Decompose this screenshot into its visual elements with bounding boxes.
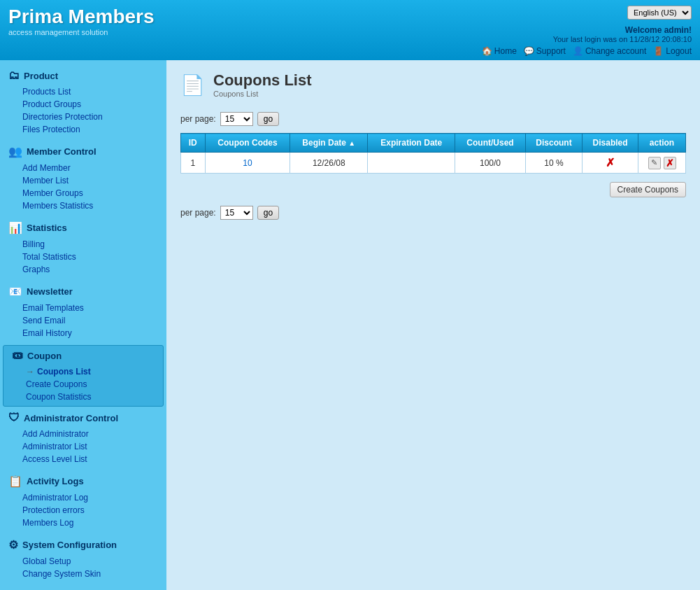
sidebar-section-header-product: 🗂Product [0,66,166,85]
logo-title: Prima Members [8,6,155,28]
support-link[interactable]: 💬 Support [524,46,566,56]
account-icon: 👤 [573,46,583,56]
per-page-top: per page: 152550100 go [180,112,686,126]
cell-action: ✎ ✗ [638,153,686,174]
page-header: 📄 Coupons List Coupons List [180,71,686,98]
sidebar-link-members-statistics[interactable]: Members Statistics [0,199,166,212]
sidebar-section-member-control: 👥Member ControlAdd MemberMember ListMemb… [0,141,166,215]
cell-begin-date: 12/26/08 [290,153,368,174]
sidebar-link-directories-protection[interactable]: Directories Protection [0,111,166,123]
section-label-member-control: Member Control [27,146,97,157]
language-select[interactable]: English (US) [627,6,692,20]
edit-button[interactable]: ✎ [648,157,661,169]
section-label-system-config: System Configuration [22,540,117,550]
create-btn-row: Create Coupons [180,182,686,197]
sidebar-section-product: 🗂ProductProducts ListProduct GroupsDirec… [0,66,166,139]
col-disabled: Disabled [583,134,638,153]
sidebar-link-total-statistics[interactable]: Total Statistics [0,251,166,263]
cell-id: 1 [181,153,206,174]
col-id: ID [181,134,206,153]
col-coupon-codes: Coupon Codes [205,134,290,153]
delete-button[interactable]: ✗ [664,157,676,169]
home-link[interactable]: 🏠 Home [482,46,517,56]
home-icon: 🏠 [482,46,492,56]
sidebar-link-create-coupons[interactable]: Create Coupons [3,378,163,391]
sidebar-link-files-protection[interactable]: Files Protection [0,123,166,136]
sidebar-link-email-templates[interactable]: Email Templates [0,302,166,314]
sidebar-link-billing[interactable]: Billing [0,238,166,251]
main-content: 📄 Coupons List Coupons List per page: 15… [166,60,700,590]
table-body: 1 10 12/26/08 100/0 10 % ✗ ✎ ✗ [181,153,686,174]
page-icon: 📄 [180,73,205,97]
sidebar-section-header-newsletter: 📧Newsletter [0,281,166,302]
header: Prima Members access management solution… [0,0,700,60]
table-header-row: ID Coupon Codes Begin Date ▲ Expiration … [181,134,686,153]
col-count-used: Count/Used [455,134,525,153]
sidebar-link-access-level-list[interactable]: Access Level List [0,453,166,465]
sidebar-section-system-config: ⚙System ConfigurationGlobal SetupChange … [0,535,166,583]
last-login-text: Your last login was on 11/28/12 20:08:10 [482,35,692,43]
sidebar-link-global-setup[interactable]: Global Setup [0,555,166,568]
sidebar-section-activity-logs: 📋Activity LogsAdministrator LogProtectio… [0,471,166,532]
go-button-bottom[interactable]: go [257,206,279,220]
sidebar-link-change-system-skin[interactable]: Change System Skin [0,568,166,580]
cell-discount: 10 % [525,153,582,174]
col-discount: Discount [525,134,582,153]
sidebar-link-members-log[interactable]: Members Log [0,517,166,529]
sidebar-section-header-coupon: 🎟Coupon [3,346,163,365]
sidebar-link-add-member[interactable]: Add Member [0,162,166,174]
table-row: 1 10 12/26/08 100/0 10 % ✗ ✎ ✗ [181,153,686,174]
sidebar-section-header-admin-control: 🛡Administrator Control [0,408,166,428]
per-page-bottom: per page: 152550100 go [180,206,686,220]
sidebar-link-administrator-list[interactable]: Administrator List [0,440,166,453]
per-page-select-top[interactable]: 152550100 [220,112,253,126]
sidebar-section-admin-control: 🛡Administrator ControlAdd AdministratorA… [0,408,166,468]
delete-x-icon: ✗ [666,157,674,169]
col-begin-date: Begin Date ▲ [290,134,368,153]
section-icon-activity-logs: 📋 [8,475,22,488]
sidebar-link-graphs[interactable]: Graphs [0,263,166,276]
sidebar-link-add-administrator[interactable]: Add Administrator [0,428,166,440]
sidebar-link-product-groups[interactable]: Product Groups [0,98,166,111]
sidebar-link-products-list[interactable]: Products List [0,85,166,98]
nav-links: 🏠 Home 💬 Support 👤 Change account 🚪 Logo… [482,46,692,56]
section-icon-product: 🗂 [8,69,20,82]
sidebar-link-coupon-statistics[interactable]: Coupon Statistics [3,391,163,403]
section-label-activity-logs: Activity Logs [27,476,84,486]
sidebar-link-protection-errors[interactable]: Protection errors [0,504,166,517]
per-page-label-bottom: per page: [180,208,216,218]
coupons-table: ID Coupon Codes Begin Date ▲ Expiration … [180,133,686,174]
page-breadcrumb: Coupons List [213,90,312,98]
logo-area: Prima Members access management solution [8,6,155,36]
section-icon-coupon: 🎟 [12,349,23,362]
section-icon-statistics: 📊 [8,221,22,234]
sidebar-link-email-history[interactable]: Email History [0,327,166,339]
disabled-x-icon: ✗ [606,157,615,169]
coupon-code-link[interactable]: 10 [243,158,252,168]
sidebar-section-coupon: 🎟Coupon→Coupons ListCreate CouponsCoupon… [3,345,164,407]
col-action: action [638,134,686,153]
section-icon-newsletter: 📧 [8,285,22,298]
sidebar-section-header-system-config: ⚙System Configuration [0,535,166,555]
logo-subtitle: access management solution [8,28,155,36]
sidebar-link-send-email[interactable]: Send Email [0,314,166,327]
sidebar-link-coupons-list[interactable]: →Coupons List [3,365,163,378]
change-account-link[interactable]: 👤 Change account [573,46,646,56]
page-title-area: Coupons List Coupons List [213,71,312,98]
per-page-select-bottom[interactable]: 152550100 [220,206,253,220]
logout-link[interactable]: 🚪 Logout [653,46,692,56]
cell-count-used: 100/0 [455,153,525,174]
sidebar-section-newsletter: 📧NewsletterEmail TemplatesSend EmailEmai… [0,281,166,342]
sidebar-link-member-groups[interactable]: Member Groups [0,187,166,199]
layout: 🗂ProductProducts ListProduct GroupsDirec… [0,60,700,590]
section-icon-admin-control: 🛡 [8,412,20,424]
page-title: Coupons List [213,71,312,90]
sidebar-link-member-list[interactable]: Member List [0,174,166,187]
current-indicator: → [26,367,34,377]
sidebar-link-administrator-log[interactable]: Administrator Log [0,491,166,504]
section-label-coupon: Coupon [27,351,62,361]
go-button-top[interactable]: go [257,112,279,126]
create-coupons-button[interactable]: Create Coupons [610,182,686,197]
sidebar: 🗂ProductProducts ListProduct GroupsDirec… [0,60,166,590]
section-label-product: Product [24,71,58,81]
